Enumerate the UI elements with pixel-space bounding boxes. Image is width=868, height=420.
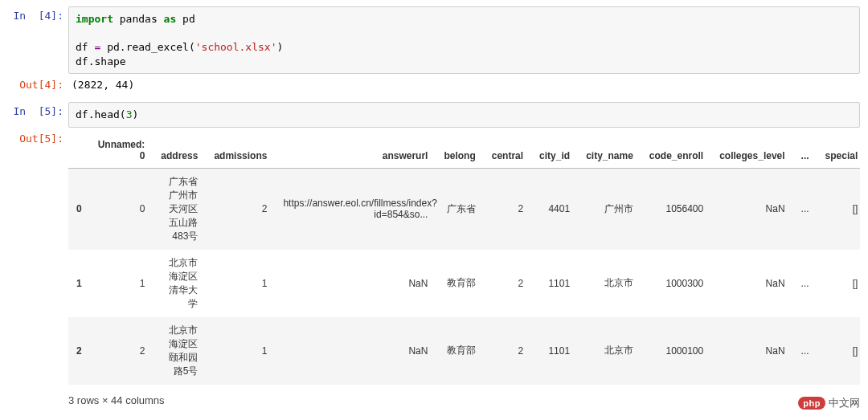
row-index: 0	[68, 168, 90, 250]
col-header: address	[153, 133, 206, 169]
watermark-text: 中文网	[829, 396, 860, 410]
input-cell-4: In [4]: import pandas as pd df = pd.read…	[8, 6, 860, 74]
input-cell-5: In [5]: df.head(3)	[8, 102, 860, 128]
prompt-in-4: In [4]:	[8, 6, 68, 25]
prompt-out-4: Out[4]:	[8, 75, 68, 94]
table-row: 0 0 广东省广州市天河区五山路483号 2 https://answer.eo…	[68, 168, 860, 250]
table-header-row: Unnamed: 0 address admissions answerurl …	[68, 133, 860, 169]
table-row: 2 2 北京市海淀区颐和园路5号 1 NaN 教育部 2 1101 北京市 10…	[68, 317, 860, 385]
prompt-in-5: In [5]:	[8, 102, 68, 120]
prompt-out-5: Out[5]:	[8, 129, 68, 148]
keyword-import: import	[76, 13, 113, 25]
col-header: city_name	[578, 133, 641, 169]
watermark: php 中文网	[798, 396, 860, 410]
col-header: central	[484, 133, 531, 169]
dataframe-output: Unnamed: 0 address admissions answerurl …	[68, 129, 860, 410]
string-literal: 'school.xlsx'	[195, 41, 277, 53]
index-header	[68, 133, 90, 169]
col-header: answerurl	[275, 133, 436, 169]
dataframe-table: Unnamed: 0 address admissions answerurl …	[68, 133, 860, 385]
code-input-5[interactable]: df.head(3)	[68, 102, 860, 128]
col-header: city_id	[531, 133, 578, 169]
col-header: colleges_level	[711, 133, 792, 169]
col-header: ...	[793, 133, 817, 169]
keyword-as: as	[164, 13, 177, 25]
col-header: admissions	[206, 133, 275, 169]
output-text-4: (2822, 44)	[68, 75, 860, 94]
col-header: code_enroll	[641, 133, 711, 169]
table-row: 1 1 北京市海淀区清华大学 1 NaN 教育部 2 1101 北京市 1000…	[68, 250, 860, 317]
col-header: special	[817, 133, 860, 169]
output-cell-4: Out[4]: (2822, 44)	[8, 75, 860, 94]
row-index: 1	[68, 250, 90, 317]
watermark-badge: php	[798, 397, 825, 410]
col-header: belong	[436, 133, 483, 169]
col-header: Unnamed: 0	[90, 133, 154, 169]
dataframe-scroll[interactable]: Unnamed: 0 address admissions answerurl …	[68, 133, 860, 389]
row-index: 2	[68, 317, 90, 385]
code-input-4[interactable]: import pandas as pd df = pd.read_excel('…	[68, 6, 860, 74]
dataframe-footer: 3 rows × 44 columns	[68, 389, 860, 410]
output-cell-5: Out[5]: Unnamed: 0 address admissions an…	[8, 129, 860, 410]
